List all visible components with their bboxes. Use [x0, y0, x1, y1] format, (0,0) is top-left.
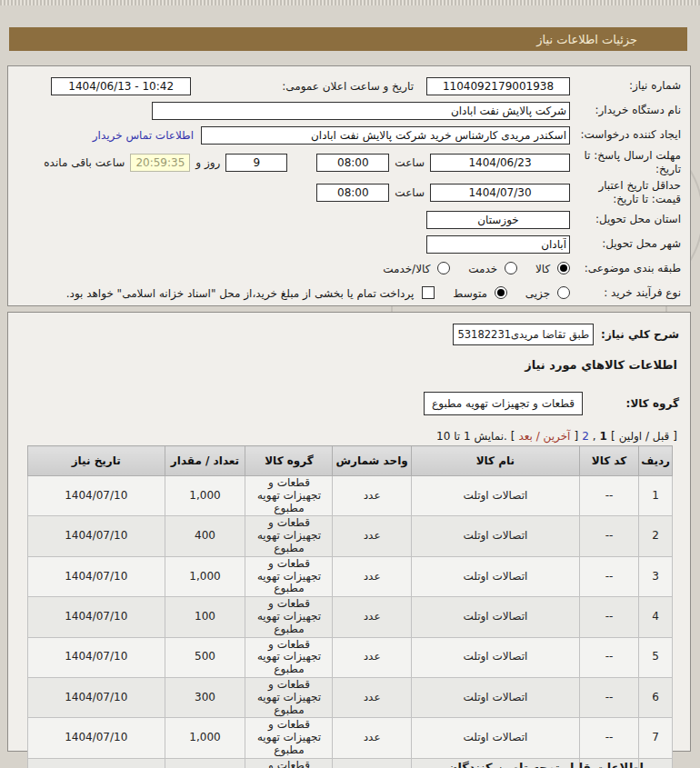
- cell-item-code: --: [579, 476, 638, 516]
- cell-item-code: --: [579, 516, 638, 556]
- price-validity-date-input[interactable]: [430, 184, 570, 202]
- buyer-org-label: نام دستگاه خریدار:: [570, 104, 681, 117]
- city-row: شهر محل تحویل:: [15, 232, 681, 256]
- overall-desc-box: طبق تقاضا مریدی53182231: [453, 324, 594, 345]
- need-number-input[interactable]: [426, 77, 570, 95]
- goods-group-box: قطعات و تجهیزات تهویه مطبوع: [424, 392, 583, 415]
- request-creator-input[interactable]: [201, 126, 570, 145]
- cell-row-number: 8: [639, 758, 673, 768]
- buyer-org-row: نام دستگاه خریدار:: [15, 98, 681, 123]
- cell-quantity: 400: [165, 516, 245, 556]
- city-label: شهر محل تحویل:: [570, 237, 681, 251]
- bracket: ]: [574, 430, 578, 443]
- process-option-medium[interactable]: متوسط: [453, 286, 507, 300]
- classification-option-goods[interactable]: کالا: [535, 262, 570, 275]
- pagination-page-2-link[interactable]: 2: [582, 430, 589, 443]
- province-input[interactable]: [426, 211, 570, 229]
- validity-hour-label: ساعت: [395, 186, 425, 199]
- bracket: ]: [673, 430, 677, 443]
- announce-datetime-input[interactable]: [51, 77, 191, 95]
- table-row: 4 -- اتصالات اوتلت عدد قطعات و تجهیزات ت…: [28, 597, 673, 637]
- cell-unit: عدد: [333, 476, 411, 516]
- cell-row-number: 6: [639, 677, 673, 717]
- overall-desc-label: شرح کلي نیاز:: [601, 328, 679, 341]
- need-number-label: شماره نیاز:: [570, 79, 681, 93]
- treasury-checkbox-label: پرداخت تمام یا بخشی از مبلغ خرید،از محل …: [66, 287, 415, 300]
- radio-goods-icon[interactable]: [557, 262, 570, 274]
- cell-row-number: 2: [639, 516, 673, 556]
- cell-need-date: 1404/07/10: [28, 758, 165, 768]
- goods-group-row: گروه کالا: قطعات و تجهیزات تهویه مطبوع: [15, 392, 679, 415]
- goods-info-heading: اطلاعات کالاهاي مورد نياز: [15, 358, 677, 372]
- cell-item-name: اتصالات اوتلت: [411, 556, 579, 596]
- cell-row-number: 1: [639, 476, 673, 516]
- radio-minor-icon[interactable]: [557, 286, 570, 299]
- cell-row-number: 3: [639, 556, 673, 596]
- cell-need-date: 1404/07/10: [28, 597, 165, 637]
- col-header-need-date: تاریخ نیاز: [28, 446, 165, 476]
- response-deadline-date-input[interactable]: [430, 154, 570, 172]
- pagination-page-1-current: 1: [600, 430, 607, 443]
- radio-medium-icon[interactable]: [495, 286, 507, 299]
- cell-group: قطعات و تجهیزات تهویه مطبوع: [245, 556, 333, 596]
- request-creator-row: ایجاد کننده درخواست: اطلاعات تماس خریدار: [15, 123, 681, 147]
- cell-unit: عدد: [333, 637, 411, 677]
- remaining-hours-label: ساعت باقی مانده: [44, 156, 125, 169]
- cell-group: قطعات و تجهیزات تهویه مطبوع: [245, 718, 333, 758]
- need-details-page: جزئیات اطلاعات نیاز 101 101 ParsNamadDat…: [0, 0, 700, 768]
- cell-unit: عدد: [333, 597, 411, 637]
- process-option-minor[interactable]: جزیی: [525, 286, 570, 300]
- table-row: 2 -- اتصالات اوتلت عدد قطعات و تجهیزات ت…: [28, 516, 673, 556]
- bracket: [: [611, 430, 615, 443]
- pagination-last-next-link[interactable]: آخرین / بعد: [518, 430, 570, 443]
- remaining-days-input[interactable]: [225, 154, 287, 172]
- col-header-unit: واحد شمارش: [333, 446, 411, 476]
- cell-need-date: 1404/07/10: [28, 516, 165, 556]
- classification-option-goods-service[interactable]: کالا/خدمت: [383, 262, 450, 275]
- col-header-item-name: نام کالا: [411, 446, 579, 476]
- process-type-row: نوع فرآیند خرید : جزیی متوسط پرداخت تمام…: [15, 281, 681, 305]
- table-row: 3 -- اتصالات اوتلت عدد قطعات و تجهیزات ت…: [28, 556, 673, 596]
- price-validity-hour-input[interactable]: [316, 184, 389, 202]
- buyer-org-input[interactable]: [152, 102, 570, 120]
- cell-need-date: 1404/07/10: [28, 718, 165, 758]
- page-title: جزئیات اطلاعات نیاز: [536, 33, 637, 46]
- overall-desc-row: شرح کلي نیاز: طبق تقاضا مریدی53182231: [15, 324, 679, 345]
- cell-group: قطعات و تجهیزات تهویه مطبوع: [245, 758, 333, 768]
- page-title-bar: جزئیات اطلاعات نیاز: [9, 27, 687, 51]
- cell-quantity: 1,000: [165, 718, 245, 758]
- table-row: 5 -- اتصالات اوتلت عدد قطعات و تجهیزات ت…: [28, 637, 673, 677]
- table-row: 7 -- اتصالات اوتلت عدد قطعات و تجهیزات ت…: [28, 718, 673, 758]
- cell-item-code: --: [579, 597, 638, 637]
- radio-service-icon[interactable]: [505, 262, 517, 274]
- response-deadline-label: مهلت ارسال پاسخ: تا تاریخ:: [570, 149, 681, 176]
- radio-goods-service-label: کالا/خدمت: [383, 263, 430, 275]
- cell-need-date: 1404/07/10: [28, 556, 165, 596]
- top-stripes-decoration: [0, 0, 700, 5]
- cell-need-date: 1404/07/10: [28, 677, 165, 717]
- col-header-group: گروه کالا: [245, 446, 333, 476]
- col-header-item-code: کد کالا: [579, 446, 638, 476]
- price-validity-label: حداقل تاریخ اعتبار قیمت: تا تاریخ:: [570, 179, 681, 206]
- pagination-comma: ,: [593, 430, 596, 443]
- goods-table: ردیف کد کالا نام کالا واحد شمارش گروه کا…: [27, 445, 673, 768]
- treasury-checkbox[interactable]: [422, 286, 435, 299]
- pagination-show-text: نمایش 1 تا 10.: [436, 430, 507, 443]
- buyer-contact-link[interactable]: اطلاعات تماس خریدار: [93, 129, 194, 142]
- response-deadline-row: مهلت ارسال پاسخ: تا تاریخ: ساعت روز و 20…: [15, 147, 681, 177]
- city-input[interactable]: [426, 235, 570, 254]
- cell-quantity: 500: [165, 637, 245, 677]
- cell-quantity: 250: [165, 758, 245, 768]
- radio-goods-service-icon[interactable]: [437, 262, 450, 274]
- radio-medium-label: متوسط: [453, 287, 487, 300]
- cell-group: قطعات و تجهیزات تهویه مطبوع: [245, 516, 333, 556]
- response-deadline-hour-input[interactable]: [316, 154, 389, 172]
- cell-item-code: --: [579, 556, 638, 596]
- cell-item-code: --: [579, 677, 638, 717]
- goods-details-panel: شرح کلي نیاز: طبق تقاضا مریدی53182231 اط…: [7, 312, 691, 752]
- cell-quantity: 1,000: [165, 476, 245, 516]
- days-label: روز و: [195, 156, 220, 169]
- classification-option-service[interactable]: خدمت: [468, 262, 517, 275]
- cell-need-date: 1404/07/10: [28, 476, 165, 516]
- cell-item-code: --: [579, 637, 638, 677]
